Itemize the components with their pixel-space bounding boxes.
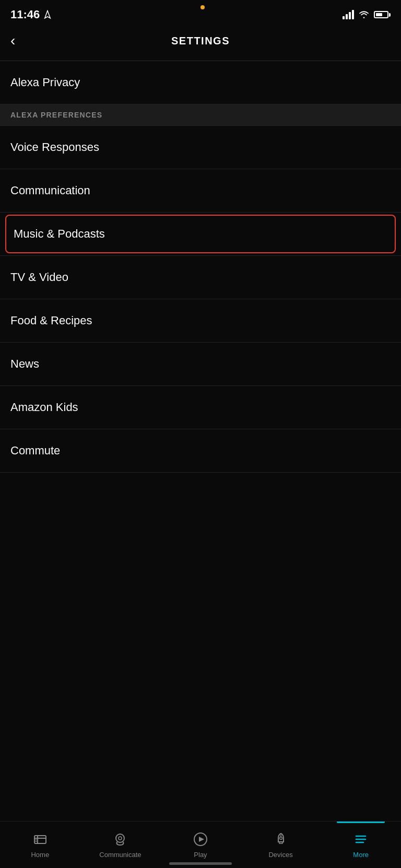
nav-label-communicate: Communicate: [99, 851, 141, 859]
more-icon: [352, 831, 369, 848]
svg-point-5: [116, 834, 124, 842]
svg-point-6: [119, 837, 122, 840]
settings-item-food-recipes[interactable]: Food & Recipes: [0, 299, 401, 343]
item-label-amazon-kids: Amazon Kids: [10, 401, 78, 414]
signal-bars: [343, 10, 354, 19]
settings-item-commute[interactable]: Commute: [0, 429, 401, 473]
svg-rect-3: [36, 839, 37, 840]
nav-item-home[interactable]: Home: [0, 822, 80, 868]
nav-item-play[interactable]: Play: [160, 822, 241, 868]
wifi-icon: [358, 10, 370, 19]
communicate-icon: [112, 831, 128, 848]
settings-item-news[interactable]: News: [0, 343, 401, 386]
svg-rect-9: [279, 842, 282, 843]
devices-icon: [273, 831, 289, 848]
item-label-news: News: [10, 357, 39, 371]
item-label-alexa-privacy: Alexa Privacy: [10, 76, 80, 89]
status-bar: 11:46: [0, 0, 401, 26]
settings-item-alexa-privacy[interactable]: Alexa Privacy: [0, 61, 401, 104]
settings-item-communication[interactable]: Communication: [0, 169, 401, 213]
page-title: SETTINGS: [171, 35, 230, 47]
section-header-alexa-preferences: ALEXA PREFERENCES: [0, 104, 401, 126]
header: ‹ SETTINGS: [0, 26, 401, 61]
svg-rect-4: [36, 841, 37, 842]
item-label-tv-video: TV & Video: [10, 271, 68, 284]
settings-item-tv-video[interactable]: TV & Video: [0, 256, 401, 299]
nav-label-play: Play: [194, 851, 207, 859]
section-label: ALEXA PREFERENCES: [10, 111, 102, 119]
nav-item-more[interactable]: More: [321, 822, 401, 868]
bottom-nav: Home Communicate Play: [0, 821, 401, 868]
location-icon: [43, 10, 52, 19]
item-label-communication: Communication: [10, 184, 90, 197]
settings-item-amazon-kids[interactable]: Amazon Kids: [0, 386, 401, 429]
svg-point-10: [279, 837, 282, 840]
active-indicator: [337, 822, 385, 823]
nav-label-devices: Devices: [268, 851, 292, 859]
home-indicator: [169, 862, 232, 865]
item-label-music-podcasts: Music & Podcasts: [14, 227, 105, 241]
settings-item-voice-responses[interactable]: Voice Responses: [0, 126, 401, 169]
battery-icon: [374, 11, 391, 18]
play-icon: [192, 831, 209, 848]
orange-dot: [200, 5, 205, 9]
status-time: 11:46: [10, 8, 52, 21]
nav-item-devices[interactable]: Devices: [241, 822, 321, 868]
nav-label-home: Home: [31, 851, 49, 859]
item-label-commute: Commute: [10, 444, 60, 458]
nav-label-more: More: [353, 851, 369, 859]
svg-marker-8: [199, 837, 204, 842]
item-label-voice-responses: Voice Responses: [10, 140, 99, 154]
nav-item-communicate[interactable]: Communicate: [80, 822, 161, 868]
settings-item-music-podcasts[interactable]: Music & Podcasts: [5, 215, 396, 253]
time-display: 11:46: [10, 8, 40, 21]
home-icon: [32, 831, 49, 848]
item-label-food-recipes: Food & Recipes: [10, 314, 92, 327]
status-icons: [343, 10, 391, 19]
back-button[interactable]: ‹: [10, 31, 20, 50]
